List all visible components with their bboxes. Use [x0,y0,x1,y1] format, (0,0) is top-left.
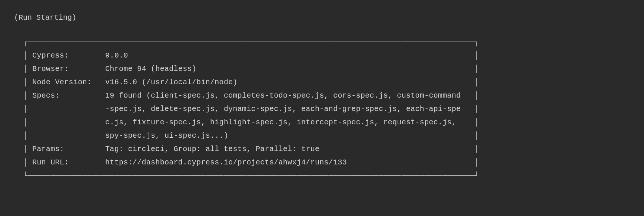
run-starting-header: (Run Starting) [14,11,630,24]
run-info-box: ┌───────────────────────────────────────… [14,36,630,183]
